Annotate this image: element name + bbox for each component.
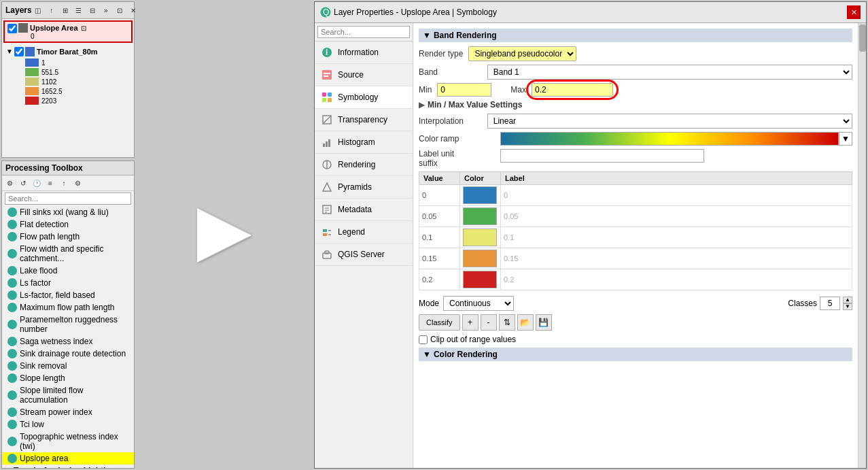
sidebar-item-histogram[interactable]: Histogram (315, 131, 413, 154)
row-color-cell[interactable] (460, 206, 501, 227)
layer-upslope-check[interactable] (7, 24, 17, 33)
proc-tool-5[interactable]: ↑ (58, 177, 70, 189)
tool-flat[interactable]: Flat detection (2, 218, 134, 231)
tool-max-flow[interactable]: Maximum flow path length (2, 301, 134, 314)
tool-label: Slope length (20, 373, 65, 383)
layer-upslope-area[interactable]: Upslope Area ⊡ 0 (3, 20, 133, 43)
proc-tool-6[interactable]: ⚙ (71, 177, 84, 189)
row-color-cell[interactable] (460, 269, 501, 290)
row-color-cell[interactable] (460, 227, 501, 248)
sidebar-item-metadata[interactable]: Metadata (315, 199, 413, 221)
row-color-cell[interactable] (460, 248, 501, 269)
tool-sink-drain[interactable]: Sink drainage route detection (2, 348, 134, 360)
tool-sink-removal[interactable]: Sink removal (2, 360, 134, 372)
layer-timor-check[interactable] (14, 47, 24, 56)
sidebar-search-input[interactable] (317, 26, 410, 38)
tool-flow-path[interactable]: Flow path length (2, 231, 134, 243)
swatch-color-2 (25, 68, 39, 76)
row-value: 0.2 (419, 269, 460, 290)
layer-timor[interactable]: ▼ Timor Barat_80m (3, 45, 133, 58)
scrollbar-right[interactable] (858, 23, 866, 468)
band-select[interactable]: Band 1 (487, 65, 852, 80)
tool-ls-field[interactable]: Ls-factor, field based (2, 289, 134, 301)
layers-toolbar-btn-3[interactable]: ⊞ (59, 4, 71, 16)
tool-ls[interactable]: Ls factor (2, 277, 134, 289)
classes-label: Classes (788, 299, 817, 308)
max-input-wrapper (532, 83, 613, 97)
tool-upslope[interactable]: Upslope area (2, 452, 134, 465)
tool-label: Sink drainage route detection (20, 349, 126, 358)
layers-toolbar-btn-4[interactable]: ☰ (73, 4, 85, 16)
layers-resize[interactable]: ⊡ (114, 4, 126, 16)
layers-toolbar-btn-2[interactable]: ↑ (46, 4, 58, 16)
color-ramp-dropdown[interactable]: ▼ (839, 132, 852, 146)
swatch-color-1 (25, 58, 39, 67)
tool-twi[interactable]: Topographic wetness index (twi) (2, 431, 134, 452)
scrollbar-thumb[interactable] (859, 24, 866, 52)
layer-upslope-expand[interactable]: ⊡ (81, 24, 86, 32)
processing-search-input[interactable] (5, 192, 131, 205)
remove-button[interactable]: - (481, 314, 497, 331)
band-rendering-header: ▼ Band Rendering (419, 29, 852, 42)
clip-checkbox[interactable] (419, 335, 428, 344)
max-input[interactable] (532, 83, 613, 97)
tool-param[interactable]: Paramemelton ruggedness number (2, 314, 134, 335)
interpolation-select[interactable]: Linear (487, 114, 852, 129)
sidebar-label-transparency: Transparency (338, 115, 387, 124)
tool-fill-sinks[interactable]: Fill sinks xxl (wang & liu) (2, 206, 134, 218)
color-ramp-swatch[interactable] (500, 132, 839, 146)
add-button[interactable]: + (462, 314, 479, 331)
tool-icon (7, 420, 17, 429)
swatch-label-5: 2203 (41, 97, 56, 105)
sidebar-item-pyramids[interactable]: Pyramids (315, 176, 413, 199)
save-button[interactable]: 💾 (536, 314, 552, 331)
sidebar-item-information[interactable]: i Information (315, 41, 413, 64)
load-button[interactable]: 📂 (517, 314, 534, 331)
proc-tool-4[interactable]: ≡ (44, 177, 56, 189)
row-label: 0 (501, 185, 852, 206)
group-lighting[interactable]: ▶ Terrain Analysis - Lighting (2, 465, 134, 468)
classes-input[interactable] (820, 297, 840, 310)
classify-button[interactable]: Classify (419, 314, 460, 331)
sidebar-label-legend: Legend (338, 227, 365, 237)
mode-row: Mode Continuous Equal Interval Quantile (419, 296, 514, 311)
layers-toolbar-btn-6[interactable]: » (100, 4, 112, 16)
label-unit-input[interactable] (500, 149, 704, 163)
tool-slope-limited[interactable]: Slope limited flow accumulation (2, 384, 134, 406)
tool-slope-length[interactable]: Slope length (2, 372, 134, 384)
mode-select[interactable]: Continuous Equal Interval Quantile (443, 296, 514, 311)
color-rendering-arrow: ▼ (423, 350, 431, 359)
tool-icon (7, 361, 17, 371)
render-type-select[interactable]: Singleband pseudocolor (468, 46, 576, 61)
proc-tool-1[interactable]: ⚙ (3, 177, 16, 189)
proc-tool-2[interactable]: ↺ (17, 177, 29, 189)
sidebar-item-source[interactable]: Source (315, 64, 413, 86)
min-max-settings[interactable]: ▶ Min / Max Value Settings (419, 100, 852, 110)
tool-lake[interactable]: Lake flood (2, 265, 134, 277)
timor-collapse[interactable]: ▼ (6, 48, 13, 55)
interpolation-label: Interpolation (419, 116, 487, 126)
table-row: 0.15 0.15 (419, 248, 852, 269)
layers-toolbar-btn-5[interactable]: ⊟ (86, 4, 99, 16)
proc-tool-3[interactable]: 🕐 (31, 177, 43, 189)
tool-label: Flat detection (20, 220, 69, 229)
layer-upslope-name: Upslope Area (30, 24, 78, 32)
row-color-cell[interactable] (460, 185, 501, 206)
tool-tci[interactable]: Tci low (2, 418, 134, 431)
classes-up[interactable]: ▲ (843, 297, 852, 303)
sidebar-item-transparency[interactable]: Transparency (315, 109, 413, 131)
sidebar-item-legend[interactable]: Legend (315, 221, 413, 244)
dialog-close-button[interactable]: ✕ (847, 5, 861, 19)
tool-flow-width[interactable]: Flow width and specific catchment... (2, 243, 134, 265)
classes-down[interactable]: ▼ (843, 303, 852, 310)
min-input[interactable] (437, 83, 491, 97)
layers-toolbar-btn-1[interactable]: ◫ (32, 4, 44, 16)
tool-stream-power[interactable]: Stream power index (2, 406, 134, 418)
sidebar-item-qgis-server[interactable]: QGIS Server (315, 244, 413, 266)
svg-marker-18 (323, 183, 331, 191)
layer-properties-dialog: Q Layer Properties - Upslope Area | Symb… (314, 1, 867, 469)
reverse-button[interactable]: ⇅ (499, 314, 515, 331)
tool-saga[interactable]: Saga wetness index (2, 335, 134, 348)
sidebar-item-symbology[interactable]: Symbology (315, 86, 413, 109)
sidebar-item-rendering[interactable]: Rendering (315, 154, 413, 176)
